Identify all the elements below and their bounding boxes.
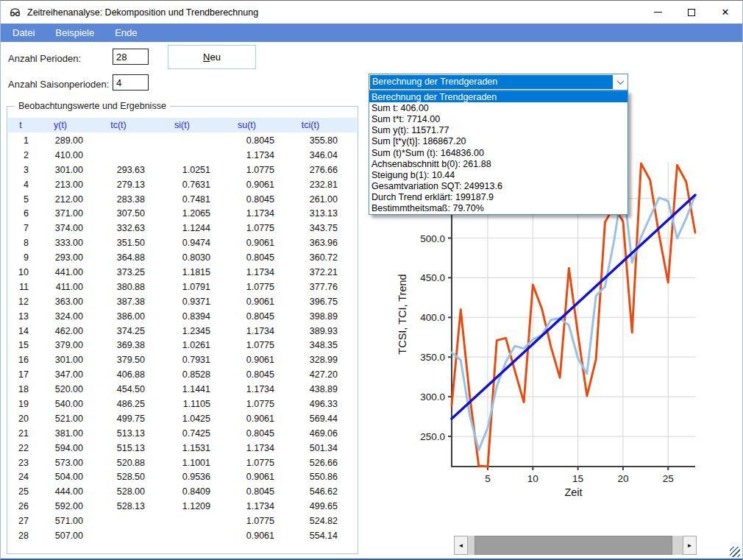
table-cell: 18: [8, 383, 33, 397]
menu-item-beispiele[interactable]: Beispiele: [45, 24, 104, 42]
table-cell: 0.7631: [149, 178, 215, 193]
minimize-icon: [654, 12, 662, 13]
table-cell: 0.9474: [149, 236, 215, 251]
combobox-dropdown-button[interactable]: [614, 74, 628, 90]
table-cell: 19: [8, 397, 33, 412]
close-button[interactable]: ✕: [708, 1, 742, 24]
table-cell: 573.00: [33, 456, 88, 471]
table-cell: 6: [8, 207, 33, 221]
svg-text:25: 25: [663, 473, 674, 484]
menu-item-datei[interactable]: Datei: [1, 24, 45, 42]
table-cell: 1.1244: [149, 221, 215, 236]
table-cell: [149, 529, 215, 544]
table-cell: 8: [8, 236, 33, 251]
table-cell: 369.38: [88, 339, 149, 353]
table-cell: 0.8394: [149, 310, 215, 325]
dropdown-item[interactable]: Sum t: 406.00: [369, 102, 628, 113]
table-cell: 1.0775: [215, 397, 279, 412]
table-cell: 22: [8, 442, 33, 456]
svg-text:400.0: 400.0: [420, 312, 445, 323]
table-cell: 21: [8, 427, 33, 442]
table-cell: 499.75: [88, 412, 149, 427]
results-groupbox: Beobachtungswerte und Ergebnisse ty(t)tc…: [7, 106, 358, 554]
results-table[interactable]: ty(t)tc(t)si(t)su(t)tci(t)1289.000.80453…: [8, 118, 342, 544]
table-cell: 379.50: [88, 353, 149, 368]
dropdown-item[interactable]: Achsenabschnitt b(0): 261.88: [369, 158, 628, 169]
table-cell: 513.13: [88, 427, 149, 442]
table-cell: 15: [8, 339, 33, 353]
chevron-down-icon: [617, 77, 625, 85]
app-window: Zeitreihenanalyse: Dekomposition und Tre…: [0, 0, 743, 560]
table-cell: 0.8528: [149, 368, 215, 383]
title-bar: Zeitreihenanalyse: Dekomposition und Tre…: [1, 1, 742, 24]
resize-grip-icon[interactable]: [730, 547, 740, 557]
table-cell: 20: [8, 412, 33, 427]
table-cell: 0.9061: [215, 529, 279, 544]
dropdown-item[interactable]: Gesamtvariation SQT: 249913.6: [369, 181, 628, 192]
table-cell: 14: [8, 325, 33, 339]
trend-combobox[interactable]: Berechnung der Trendgeraden: [369, 74, 628, 91]
table-cell: [149, 134, 215, 149]
table-cell: 1.1815: [149, 266, 215, 280]
table-cell: 1.2065: [149, 207, 215, 221]
table-cell: 261.00: [279, 193, 342, 208]
table-cell: 1.1531: [149, 442, 215, 456]
table-cell: 293.00: [33, 251, 88, 266]
scroll-left-button[interactable]: ◄: [454, 536, 468, 555]
dropdown-item[interactable]: Berechnung der Trendgeraden: [369, 91, 628, 102]
table-cell: 469.06: [279, 427, 342, 442]
table-cell: 0.9061: [215, 353, 279, 368]
table-cell: 526.66: [279, 456, 342, 471]
table-cell: 0.7481: [149, 193, 215, 208]
table-cell: 0.9061: [215, 412, 279, 427]
table-cell: 0.8045: [215, 134, 279, 149]
maximize-button[interactable]: [675, 1, 708, 24]
table-cell: 17: [8, 368, 33, 383]
periods-label: Anzahl Perioden:: [8, 53, 81, 64]
table-cell: 1.1209: [149, 500, 215, 514]
table-cell: 351.50: [88, 236, 149, 251]
table-cell: 501.34: [279, 442, 342, 456]
table-cell: 333.00: [33, 236, 88, 251]
menu-bar: DateiBeispieleEnde: [1, 24, 742, 42]
table-cell: [88, 529, 149, 544]
dropdown-item[interactable]: Steigung b(1): 10.44: [369, 169, 628, 180]
table-cell: 332.63: [88, 221, 149, 236]
season-periods-label: Anzahl Saisonperioden:: [8, 79, 109, 90]
maximize-icon: [688, 9, 695, 16]
table-cell: 364.88: [88, 251, 149, 266]
table-cell: 232.81: [279, 178, 342, 193]
table-cell: 24: [8, 470, 33, 485]
table-cell: 592.00: [33, 500, 88, 514]
dropdown-item[interactable]: Sum y(t): 11571.77: [369, 125, 628, 136]
table-cell: 427.20: [279, 368, 342, 383]
season-periods-input[interactable]: [113, 74, 149, 91]
table-cell: 27: [8, 514, 33, 529]
table-cell: 594.00: [33, 442, 88, 456]
menu-item-ende[interactable]: Ende: [104, 24, 147, 42]
dropdown-item[interactable]: Durch Trend erklärt: 199187.9: [369, 192, 628, 203]
dropdown-item[interactable]: Bestimmtheitsmaß: 79.70%: [369, 203, 628, 214]
table-cell: 520.00: [33, 383, 88, 397]
neu-button[interactable]: Neu: [168, 45, 256, 69]
table-cell: 0.9061: [215, 236, 279, 251]
table-cell: 454.50: [88, 383, 149, 397]
table-cell: 363.00: [33, 295, 88, 310]
table-cell: 521.00: [33, 412, 88, 427]
table-cell: 528.13: [88, 500, 149, 514]
table-cell: 389.93: [279, 325, 342, 339]
dropdown-item[interactable]: Sum [t*y(t)]: 186867.20: [369, 136, 628, 147]
svg-text:500.0: 500.0: [420, 233, 445, 244]
periods-input[interactable]: [113, 49, 149, 65]
minimize-button[interactable]: [641, 1, 675, 24]
dropdown-item[interactable]: Sum t*t: 7714.00: [369, 113, 628, 124]
table-cell: 0.8045: [215, 310, 279, 325]
dropdown-item[interactable]: Sum (t)*Sum (t): 164836.00: [369, 147, 628, 158]
table-cell: 276.66: [279, 163, 342, 178]
scrollbar-thumb[interactable]: [474, 536, 672, 555]
table-cell: 2: [8, 149, 33, 163]
table-cell: [88, 134, 149, 149]
table-cell: 16: [8, 353, 33, 368]
table-cell: 1.2345: [149, 325, 215, 339]
scroll-right-button[interactable]: ►: [683, 536, 697, 555]
